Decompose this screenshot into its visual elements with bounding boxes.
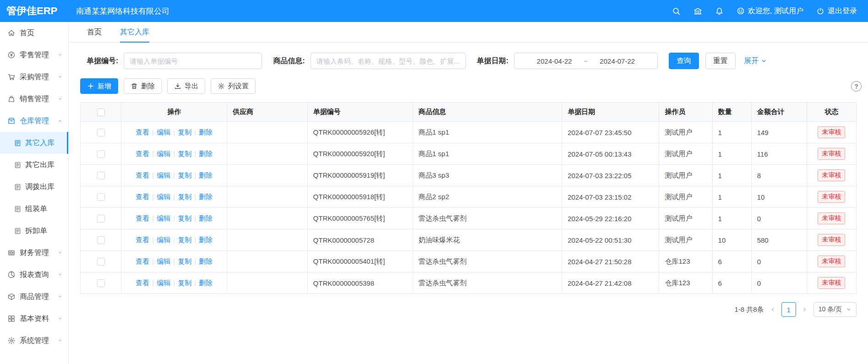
cell-date: 2024-07-03 23:22:05 xyxy=(562,165,659,186)
status-badge: 未审核 xyxy=(818,169,845,181)
expand-toggle[interactable]: 展开 xyxy=(744,56,767,66)
page-size-value: 10 条/页 xyxy=(819,305,842,314)
user-menu[interactable]: 欢迎您, 测试用户 xyxy=(737,6,803,16)
logout-button[interactable]: 退出登录 xyxy=(816,6,857,16)
action-toolbar: 新增 删除 导出 列设置 ? xyxy=(69,69,868,94)
purchase-icon xyxy=(7,73,16,81)
cell-operator: 测试用户 xyxy=(659,229,712,251)
chevron-down-icon xyxy=(57,316,63,321)
reset-button[interactable]: 重置 xyxy=(705,53,736,69)
row-checkbox[interactable] xyxy=(97,215,105,223)
sidebar-item-home[interactable]: 首页 xyxy=(0,22,68,44)
cell-amount: 0 xyxy=(751,251,807,272)
tab-home[interactable]: 首页 xyxy=(87,22,102,42)
add-button[interactable]: 新增 xyxy=(80,78,118,94)
row-action-edit[interactable]: 编辑 xyxy=(157,214,170,222)
cell-bill-no: QTRK00000005926[转] xyxy=(307,122,413,143)
row-action-view[interactable]: 查看 xyxy=(136,171,149,179)
row-action-view[interactable]: 查看 xyxy=(136,193,149,201)
row-checkbox[interactable] xyxy=(97,150,105,158)
sidebar-item-basic-data[interactable]: 基本资料 xyxy=(0,308,68,330)
product-info-input[interactable] xyxy=(311,53,466,69)
bell-icon[interactable] xyxy=(715,7,724,16)
help-icon[interactable]: ? xyxy=(851,81,862,92)
row-action-copy[interactable]: 复制 xyxy=(178,193,191,201)
date-range-picker[interactable]: 2024-04-22 ~ 2024-07-22 xyxy=(514,53,658,69)
sidebar-item-purchase[interactable]: 采购管理 xyxy=(0,66,68,88)
pagination-summary: 1-8 共8条 xyxy=(734,305,764,314)
prev-page-button[interactable] xyxy=(770,306,776,313)
row-checkbox[interactable] xyxy=(97,236,105,244)
action-divider: | xyxy=(173,257,175,265)
row-action-edit[interactable]: 编辑 xyxy=(157,128,170,136)
search-icon[interactable] xyxy=(672,7,681,16)
sidebar-item-other-outbound[interactable]: 其它出库 xyxy=(0,154,68,176)
row-action-view[interactable]: 查看 xyxy=(136,128,149,136)
row-action-edit[interactable]: 编辑 xyxy=(157,193,170,201)
sidebar-item-warehouse[interactable]: 仓库管理 xyxy=(0,110,68,132)
retail-icon xyxy=(7,51,16,59)
cell-date: 2024-07-05 00:13:43 xyxy=(562,143,659,165)
row-action-edit[interactable]: 编辑 xyxy=(157,171,170,179)
action-divider: | xyxy=(194,279,196,287)
next-page-button[interactable] xyxy=(802,306,808,313)
sidebar-item-retail[interactable]: 零售管理 xyxy=(0,44,68,66)
row-action-delete[interactable]: 删除 xyxy=(199,128,213,136)
sidebar-item-finance[interactable]: 财务管理 xyxy=(0,242,68,264)
row-action-delete[interactable]: 删除 xyxy=(199,214,213,222)
row-action-copy[interactable]: 复制 xyxy=(178,236,191,244)
report-icon xyxy=(7,271,16,279)
sidebar-item-report[interactable]: 报表查询 xyxy=(0,264,68,286)
tab-other-inbound[interactable]: 其它入库 xyxy=(120,22,149,42)
row-action-view[interactable]: 查看 xyxy=(136,236,149,244)
row-checkbox[interactable] xyxy=(97,193,105,201)
row-checkbox[interactable] xyxy=(97,258,105,266)
delete-button[interactable]: 删除 xyxy=(124,78,162,94)
sidebar-item-product[interactable]: 商品管理 xyxy=(0,286,68,308)
page-size-select[interactable]: 10 条/页 xyxy=(813,302,857,317)
row-action-copy[interactable]: 复制 xyxy=(178,171,191,179)
date-end-value[interactable]: 2024-07-22 xyxy=(600,57,635,65)
row-action-edit[interactable]: 编辑 xyxy=(157,150,170,158)
col-header-actions: 操作 xyxy=(121,103,227,122)
row-action-copy[interactable]: 复制 xyxy=(178,257,191,265)
column-settings-button[interactable]: 列设置 xyxy=(211,78,256,94)
row-action-view[interactable]: 查看 xyxy=(136,150,149,158)
row-checkbox[interactable] xyxy=(97,172,105,179)
sidebar-item-sales[interactable]: 销售管理 xyxy=(0,88,68,110)
building-icon[interactable] xyxy=(693,7,702,16)
row-action-view[interactable]: 查看 xyxy=(136,214,149,222)
select-all-checkbox[interactable] xyxy=(97,109,105,116)
row-action-delete[interactable]: 删除 xyxy=(199,171,213,179)
row-action-edit[interactable]: 编辑 xyxy=(157,257,170,265)
row-action-copy[interactable]: 复制 xyxy=(178,128,191,136)
cell-operator: 测试用户 xyxy=(659,122,712,143)
row-action-copy[interactable]: 复制 xyxy=(178,214,191,222)
sidebar-item-transfer-outbound[interactable]: 调拨出库 xyxy=(0,176,68,198)
row-action-view[interactable]: 查看 xyxy=(136,279,149,287)
export-button[interactable]: 导出 xyxy=(167,78,205,94)
cell-qty: 1 xyxy=(712,122,751,143)
page-number-1[interactable]: 1 xyxy=(781,302,796,317)
row-action-copy[interactable]: 复制 xyxy=(178,150,191,158)
sidebar-item-assembly-order[interactable]: 组装单 xyxy=(0,198,68,220)
row-checkbox[interactable] xyxy=(97,279,105,287)
sidebar-item-other-inbound[interactable]: 其它入库 xyxy=(0,132,68,154)
sidebar-item-system[interactable]: 系统管理 xyxy=(0,330,68,352)
cell-bill-no: QTRK00000005919[转] xyxy=(307,165,413,186)
row-checkbox[interactable] xyxy=(97,129,105,136)
row-action-delete[interactable]: 删除 xyxy=(199,150,213,158)
product-info-label: 商品信息: xyxy=(273,56,305,66)
row-action-delete[interactable]: 删除 xyxy=(199,257,213,265)
bill-no-input[interactable] xyxy=(124,53,262,69)
row-action-edit[interactable]: 编辑 xyxy=(157,236,170,244)
search-button[interactable]: 查询 xyxy=(669,53,699,69)
row-action-delete[interactable]: 删除 xyxy=(199,193,213,201)
row-action-delete[interactable]: 删除 xyxy=(199,236,213,244)
row-action-view[interactable]: 查看 xyxy=(136,257,149,265)
row-action-delete[interactable]: 删除 xyxy=(199,279,213,287)
row-action-edit[interactable]: 编辑 xyxy=(157,279,170,287)
sidebar-item-disassembly-order[interactable]: 拆卸单 xyxy=(0,220,68,242)
date-start-value[interactable]: 2024-04-22 xyxy=(537,57,572,65)
row-action-copy[interactable]: 复制 xyxy=(178,279,191,287)
